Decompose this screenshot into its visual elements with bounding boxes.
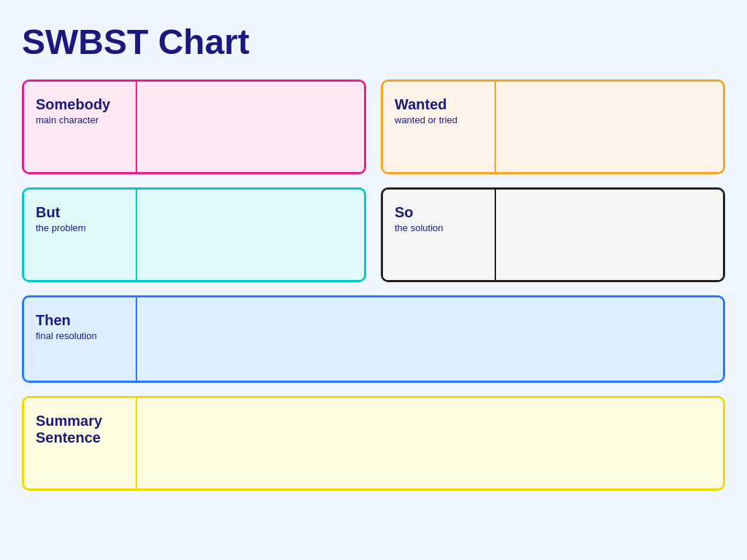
so-title: So <box>395 204 483 221</box>
then-title: Then <box>36 312 124 329</box>
summary-row: Summary Sentence <box>22 396 725 491</box>
then-sublabel: final resolution <box>36 330 124 341</box>
summary-label: Summary Sentence <box>24 398 137 489</box>
mid-row: But the problem So the solution <box>22 187 725 282</box>
then-label: Then final resolution <box>24 298 137 381</box>
but-label: But the problem <box>24 190 137 280</box>
somebody-content[interactable] <box>137 82 364 172</box>
but-card: But the problem <box>22 187 366 282</box>
somebody-card: Somebody main character <box>22 79 366 174</box>
wanted-card: Wanted wanted or tried <box>381 79 725 174</box>
so-label: So the solution <box>383 190 496 280</box>
but-title: But <box>36 204 124 221</box>
summary-card: Summary Sentence <box>22 396 725 491</box>
then-row: Then final resolution <box>22 295 725 383</box>
but-content[interactable] <box>137 190 364 280</box>
somebody-sublabel: main character <box>36 114 124 125</box>
then-card: Then final resolution <box>22 295 725 383</box>
top-row: Somebody main character Wanted wanted or… <box>22 79 725 174</box>
summary-content[interactable] <box>137 398 723 489</box>
page-title: SWBST Chart <box>22 22 725 62</box>
but-sublabel: the problem <box>36 222 124 233</box>
so-card: So the solution <box>381 187 725 282</box>
wanted-sublabel: wanted or tried <box>395 114 483 125</box>
so-sublabel: the solution <box>395 222 483 233</box>
somebody-title: Somebody <box>36 96 124 113</box>
wanted-content[interactable] <box>496 82 723 172</box>
somebody-label: Somebody main character <box>24 82 137 172</box>
wanted-label: Wanted wanted or tried <box>383 82 496 172</box>
summary-title: Summary Sentence <box>36 413 124 446</box>
so-content[interactable] <box>496 190 723 280</box>
wanted-title: Wanted <box>395 96 483 113</box>
then-content[interactable] <box>137 298 723 381</box>
